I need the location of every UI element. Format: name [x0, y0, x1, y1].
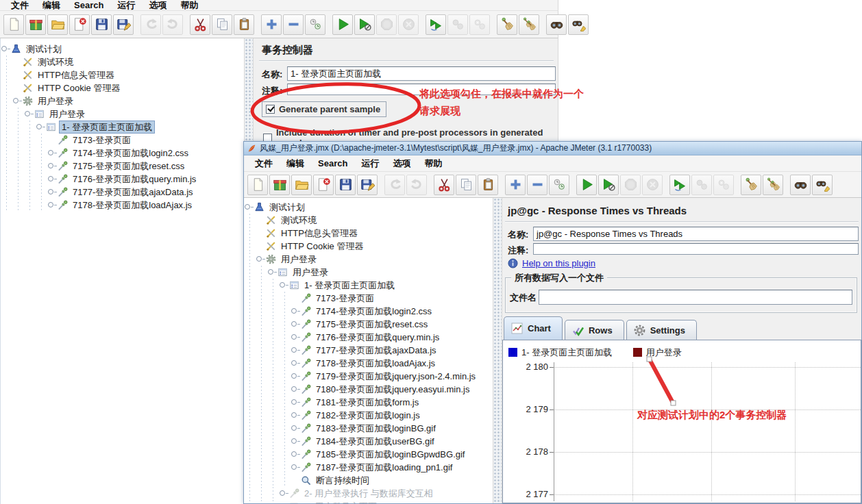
tree-item[interactable]: 用户登录: [244, 253, 493, 266]
save-as-button[interactable]: [357, 175, 378, 195]
tree-expand-handle[interactable]: [36, 123, 45, 131]
open-file-button[interactable]: [47, 14, 68, 35]
tree-item[interactable]: 7182-登录页面加载login.js: [244, 409, 493, 422]
search-button[interactable]: [790, 175, 811, 195]
search-reset-button[interactable]: [812, 175, 833, 195]
menu-item-4[interactable]: 选项: [142, 0, 173, 12]
open-file-button[interactable]: [291, 175, 312, 195]
tree-expand-handle[interactable]: [291, 307, 299, 316]
tree-item[interactable]: 1- 登录页面主页面加载: [1, 121, 244, 134]
cut-button[interactable]: [434, 175, 454, 195]
copy-button[interactable]: [456, 175, 476, 195]
tree-expand-handle[interactable]: [47, 175, 56, 184]
clear-button[interactable]: [741, 175, 761, 195]
close-file-button[interactable]: [313, 175, 334, 195]
menu-item-0[interactable]: 文件: [4, 0, 36, 12]
name-input[interactable]: 1- 登录页面主页面加载: [287, 66, 556, 81]
start-no-pauses-button[interactable]: [598, 175, 619, 195]
tree-expand-handle[interactable]: [291, 424, 299, 433]
start-button[interactable]: [332, 14, 353, 35]
clear-all-button[interactable]: [519, 14, 539, 35]
clear-button[interactable]: [497, 14, 517, 35]
tree-expand-handle[interactable]: [24, 110, 33, 118]
tree-item[interactable]: 用户登录: [244, 266, 493, 279]
tree-item[interactable]: 测试计划: [1, 42, 244, 55]
tree-item[interactable]: 断言持续时间: [244, 474, 493, 487]
menu-item-5[interactable]: 帮助: [173, 0, 205, 12]
tree-item[interactable]: 1- 登录页面主页面加载: [244, 279, 493, 292]
tree-expand-handle[interactable]: [291, 346, 299, 355]
tree-item[interactable]: HTTP Cookie 管理器: [244, 240, 493, 253]
menu-item-2[interactable]: Search: [67, 0, 110, 11]
save-button[interactable]: [91, 14, 112, 35]
search-button[interactable]: [546, 14, 567, 35]
tree-expand-handle[interactable]: [279, 281, 288, 290]
paste-button[interactable]: [234, 14, 254, 35]
remote-start-all-button[interactable]: [426, 14, 446, 35]
cut-button[interactable]: [190, 14, 210, 35]
menu-item-0[interactable]: 文件: [248, 157, 280, 171]
tree-item[interactable]: 用户登录: [1, 94, 244, 108]
tree-item[interactable]: 7175-登录页面加载reset.css: [1, 160, 244, 173]
menu-item-4[interactable]: 选项: [386, 157, 417, 171]
menu-item-1[interactable]: 编辑: [36, 0, 67, 12]
search-reset-button[interactable]: [568, 14, 589, 35]
tree-expand-handle[interactable]: [256, 255, 264, 264]
tree-expand-handle[interactable]: [291, 411, 299, 420]
templates-button[interactable]: [25, 14, 46, 35]
tab-settings[interactable]: Settings: [626, 320, 697, 340]
tree-item[interactable]: 测试环境: [244, 214, 493, 227]
close-file-button[interactable]: [69, 14, 90, 35]
tree-expand-handle[interactable]: [244, 203, 253, 212]
clear-all-button[interactable]: [763, 175, 783, 195]
tree-item[interactable]: 7178-登录页面加载loadAjax.js: [244, 357, 493, 370]
tab-chart[interactable]: Chart: [504, 316, 563, 340]
tree-item[interactable]: 7173-登录页面: [244, 292, 493, 305]
tree-item[interactable]: 2- 用户登录执行 与数据库交互相: [244, 487, 493, 500]
menu-item-5[interactable]: 帮助: [417, 157, 449, 171]
start-no-pauses-button[interactable]: [354, 14, 375, 35]
menu-item-3[interactable]: 运行: [354, 157, 386, 171]
tree-item[interactable]: 测试环境: [1, 55, 244, 68]
tree-item[interactable]: 7177-登录页面加载ajaxData.js: [244, 344, 493, 357]
copy-button[interactable]: [212, 14, 232, 35]
tree-item[interactable]: HTTP信息头管理器: [244, 227, 493, 240]
tree-item[interactable]: 7181-登录页面加载form.js: [244, 396, 493, 409]
tree-item[interactable]: 7178-登录页面加载loadAjax.js: [1, 199, 244, 212]
remove-button[interactable]: [283, 14, 304, 35]
save-button[interactable]: [335, 175, 356, 195]
tree-item[interactable]: 用户登录: [1, 108, 244, 121]
tree-item[interactable]: HTTP信息头管理器: [1, 68, 244, 81]
start-button[interactable]: [576, 175, 597, 195]
tree-item[interactable]: 7176-登录页面加载query.min.js: [244, 331, 493, 344]
paste-button[interactable]: [478, 175, 498, 195]
name-input[interactable]: jp@gc - Response Times vs Threads: [533, 227, 859, 241]
templates-button[interactable]: [269, 175, 290, 195]
tree-expand-handle[interactable]: [47, 149, 56, 158]
new-file-button[interactable]: [3, 14, 24, 35]
tree-expand-handle[interactable]: [1, 45, 10, 53]
toggle-timers-button[interactable]: [549, 175, 569, 195]
tree-item[interactable]: 7174-登录页面加载login2.css: [244, 305, 493, 318]
tree-item[interactable]: 7179-登录页面加载jquery.json-2.4.min.js: [244, 370, 493, 383]
comment-input[interactable]: [533, 243, 859, 255]
new-file-button[interactable]: [247, 175, 268, 195]
tree-expand-handle[interactable]: [291, 463, 299, 472]
menu-item-1[interactable]: 编辑: [280, 157, 311, 171]
tree-item[interactable]: 7183-登录页面加载loginBG.gif: [244, 422, 493, 435]
tree-item[interactable]: 3- 用户登录主页面: [244, 500, 493, 503]
window-titlebar[interactable]: 风媒_用户登录.jmx (D:\apache-jmeter-3.1\Mytest…: [244, 142, 861, 155]
save-as-button[interactable]: [113, 14, 134, 35]
tree-expand-handle[interactable]: [291, 359, 299, 368]
tree-expand-handle[interactable]: [291, 450, 299, 459]
tree-expand-handle[interactable]: [279, 489, 288, 498]
tree-item[interactable]: 7176-登录页面加载query.min.js: [1, 173, 244, 186]
tree-expand-handle[interactable]: [47, 201, 56, 210]
toggle-timers-button[interactable]: [305, 14, 325, 35]
tree-expand-handle[interactable]: [47, 188, 56, 197]
tree-expand-handle[interactable]: [291, 333, 299, 342]
help-on-plugin-link[interactable]: Help on this plugin: [522, 258, 595, 268]
tree-item[interactable]: 7175-登录页面加载reset.css: [244, 318, 493, 331]
add-button[interactable]: [505, 175, 526, 195]
tree-item[interactable]: 7174-登录页面加载login2.css: [1, 147, 244, 160]
